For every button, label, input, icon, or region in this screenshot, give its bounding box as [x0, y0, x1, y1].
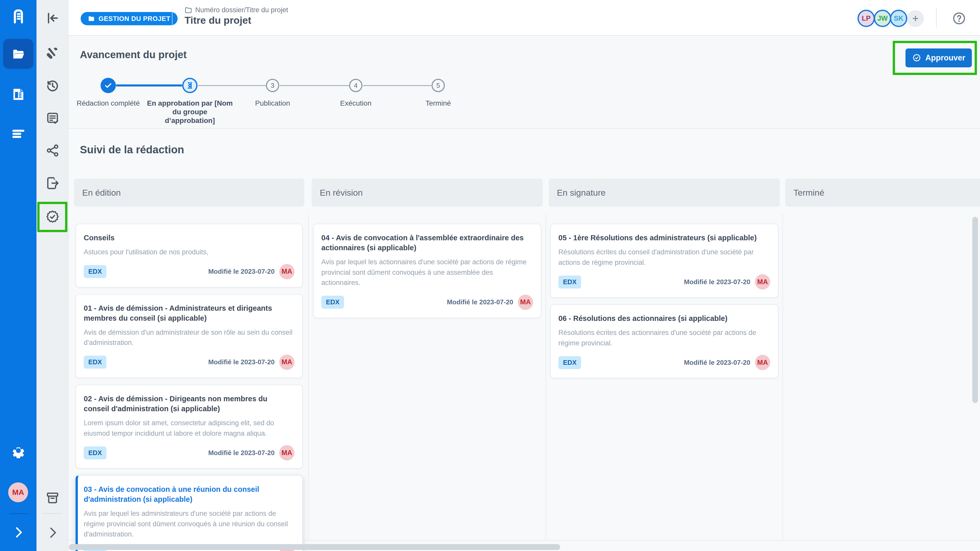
card-avatar[interactable]: MA	[755, 355, 770, 370]
step-1-label: Rédaction complété	[65, 99, 151, 108]
sidebar-item-documents[interactable]	[0, 86, 37, 103]
breadcrumb-label: Numéro dossier/Titre du projet	[195, 6, 288, 14]
member-avatar[interactable]: JW	[874, 10, 891, 27]
approve-button[interactable]: Approuver	[905, 48, 972, 67]
check-icon	[104, 81, 113, 90]
export-file-icon[interactable]	[45, 175, 60, 191]
member-avatar[interactable]: LP	[858, 10, 875, 27]
column-divider	[546, 214, 546, 540]
hourglass-icon	[186, 82, 194, 89]
card-title: 04 - Avis de convocation à l'assemblée e…	[321, 233, 533, 253]
help-icon[interactable]	[952, 11, 966, 25]
collapse-panel-icon[interactable]	[45, 10, 60, 26]
kanban-card[interactable]: 05 - 1ère Résolutions des administrateur…	[550, 224, 778, 298]
column-divider	[783, 214, 783, 540]
project-badge-label: GESTION DU PROJET	[99, 15, 170, 23]
step-2-label: En approbation par [Nom du groupe d’appr…	[146, 99, 233, 125]
stepper-segment	[198, 85, 266, 86]
chevron-right-icon[interactable]	[0, 525, 37, 540]
card-footer: EDX Modifié le 2023-07-20 MA	[558, 274, 770, 289]
primary-sidebar: MA	[0, 0, 37, 551]
card-avatar[interactable]: MA	[279, 264, 294, 279]
card-description: Avis par lequel les actionnaires d'une s…	[321, 257, 533, 288]
app-logo-icon[interactable]	[0, 6, 37, 26]
card-title: 06 - Résolutions des actionnaires (si ap…	[558, 313, 770, 324]
modified-date-label: Modifié le 2023-07-20	[684, 359, 750, 367]
card-footer: EDX Modifié le 2023-07-20 MA	[84, 445, 294, 460]
step-number: 3	[271, 82, 274, 89]
card-description: Résolutions écrites du conseil d'adminis…	[558, 247, 770, 268]
doc-type-badge: EDX	[321, 295, 344, 309]
secondary-sidebar	[37, 0, 68, 551]
column-header-en-signature: En signature	[549, 179, 780, 206]
modified-date-label: Modifié le 2023-07-20	[684, 278, 750, 286]
card-avatar[interactable]: MA	[279, 354, 294, 370]
folder-icon	[88, 15, 95, 22]
doc-type-badge: EDX	[84, 356, 107, 368]
folder-outline-icon	[185, 6, 192, 14]
share-icon[interactable]	[45, 143, 60, 159]
card-description: Avis par lequel les administrateurs d'un…	[84, 508, 294, 540]
expand-panel-chevron-icon[interactable]	[45, 525, 60, 540]
stepper-segment	[280, 85, 349, 86]
card-title: 01 - Avis de démission - Administrateurs…	[84, 303, 294, 323]
card-footer: EDX Modifié le 2023-07-20 MA	[321, 295, 533, 310]
step-3-circle: 3	[266, 79, 279, 92]
step-number: 5	[436, 82, 440, 89]
notes-check-icon[interactable]	[45, 110, 60, 126]
project-management-badge[interactable]: GESTION DU PROJET	[81, 12, 178, 25]
sidebar-item-sections[interactable]	[0, 126, 37, 143]
modified-date-label: Modifié le 2023-07-20	[208, 449, 275, 457]
card-description: Lorem ipsum dolor sit amet, consectetur …	[84, 418, 294, 438]
history-icon[interactable]	[45, 78, 60, 94]
member-avatar[interactable]: SK	[890, 10, 907, 27]
card-description: Avis de démission d'un administrateur de…	[84, 327, 294, 348]
card-title: Conseils	[84, 233, 294, 243]
app-root: MA	[0, 0, 980, 551]
sidebar-divider	[43, 513, 62, 514]
sidebar-item-projects-active[interactable]	[3, 39, 33, 69]
card-avatar[interactable]: MA	[518, 295, 533, 310]
step-1-done-circle	[100, 78, 116, 93]
badge-check-icon	[912, 53, 921, 62]
card-title: 02 - Avis de démission - Dirigeants non …	[84, 394, 294, 414]
column-en-signature: 05 - 1ère Résolutions des administrateur…	[549, 224, 780, 378]
add-member-button[interactable]: +	[907, 10, 924, 27]
doc-type-badge: EDX	[84, 446, 107, 459]
header-divider	[936, 8, 937, 28]
kanban-card[interactable]: 06 - Résolutions des actionnaires (si ap…	[550, 304, 778, 378]
step-4-circle: 4	[349, 79, 363, 92]
column-divider	[308, 214, 309, 540]
modified-date-label: Modifié le 2023-07-20	[208, 268, 275, 275]
progress-stepper: 3 4 5 Rédaction complété En approbation …	[68, 36, 553, 129]
kanban-card[interactable]: 01 - Avis de démission - Administrateurs…	[76, 294, 303, 378]
settings-gear-icon[interactable]	[0, 445, 37, 461]
page-title: Titre du projet	[185, 15, 251, 26]
card-description: Résolutions écrites des actionnaires d'u…	[558, 327, 770, 348]
step-2-current-circle	[182, 78, 197, 93]
approvals-badge-check-icon[interactable]	[45, 209, 60, 225]
kanban-card[interactable]: 03 - Avis de convocation à une réunion d…	[76, 475, 303, 551]
step-5-label: Terminé	[395, 99, 482, 108]
header-divider	[172, 9, 172, 27]
approve-button-label: Approuver	[925, 53, 966, 62]
archive-icon[interactable]	[45, 490, 60, 506]
modified-date-label: Modifié le 2023-07-20	[208, 358, 275, 366]
vertical-scrollbar[interactable]	[972, 217, 978, 403]
current-user-avatar[interactable]: MA	[8, 483, 28, 502]
kanban-card[interactable]: 02 - Avis de démission - Dirigeants non …	[76, 385, 303, 468]
card-avatar[interactable]: MA	[279, 445, 294, 460]
card-title: 05 - 1ère Résolutions des administrateur…	[558, 233, 770, 243]
stepper-segment	[363, 85, 431, 86]
breadcrumb[interactable]: Numéro dossier/Titre du projet	[185, 6, 288, 14]
horizontal-scrollbar[interactable]	[69, 544, 560, 550]
card-avatar[interactable]: MA	[755, 274, 770, 289]
kanban-card[interactable]: Conseils Astuces pour l'utilisation de n…	[76, 224, 303, 287]
project-progress-section: Avancement du projet Approuver 3 4 5 Réd…	[68, 36, 980, 129]
kanban-card[interactable]: 04 - Avis de convocation à l'assemblée e…	[313, 224, 541, 318]
tools-icon[interactable]	[45, 45, 60, 61]
doc-type-badge: EDX	[558, 356, 581, 369]
sidebar-divider	[9, 513, 27, 514]
column-en-edition: Conseils Astuces pour l'utilisation de n…	[74, 224, 304, 551]
modified-date-label: Modifié le 2023-07-20	[208, 550, 275, 551]
